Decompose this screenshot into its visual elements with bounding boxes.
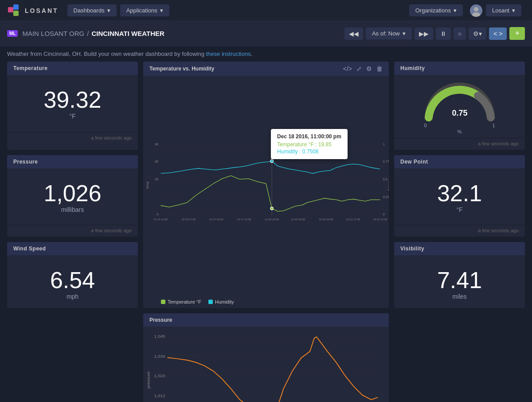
pressure-value: 1,026 — [13, 181, 132, 206]
organizations-nav-btn[interactable]: Organizations ▾ — [409, 4, 463, 16]
wind-speed-body: 6.54 mph — [7, 255, 138, 308]
visibility-unit: miles — [400, 293, 519, 300]
dashboard-description: Weather from Cincinnati, OH. Build your … — [0, 46, 532, 62]
expand-icon[interactable]: ⤢ — [356, 65, 362, 72]
pressure-chart-body: 1,045 1,034 1,023 1,012 1,001 pressure 1… — [143, 327, 389, 402]
right-bottom-col: Dew Point 32.1 °F a few seconds ago Visi… — [394, 155, 525, 308]
svg-text:12-16 07:00: 12-16 07:00 — [181, 218, 196, 221]
code-icon[interactable]: </> — [343, 65, 352, 72]
left-bottom-col: Pressure 1,026 millibars a few seconds a… — [7, 155, 138, 308]
dew-point-body: 32.1 °F — [394, 168, 525, 221]
chart-header-icons: </> ⤢ ⚙ 🗑 — [343, 65, 383, 72]
svg-text:0.5: 0.5 — [383, 177, 387, 181]
breadcrumb-separator: / — [87, 30, 89, 37]
pressure-chart-header: Pressure — [143, 313, 389, 327]
wind-speed-unit: mph — [13, 293, 132, 300]
svg-text:0: 0 — [383, 212, 385, 216]
temp-humidity-chart-header: Temperature vs. Humidity </> ⤢ ⚙ 🗑 — [143, 62, 389, 76]
delete-icon[interactable]: 🗑 — [376, 65, 383, 72]
svg-text:1: 1 — [383, 142, 385, 146]
wind-speed-header: Wind Speed — [7, 242, 138, 255]
instructions-link[interactable]: these instructions — [206, 51, 250, 57]
dew-point-widget: Dew Point 32.1 °F a few seconds ago — [394, 155, 525, 237]
svg-text:90: 90 — [155, 142, 158, 146]
forward-btn[interactable]: ▶▶ — [415, 27, 433, 40]
dashboard-title: CINCINNATI WEATHER — [91, 30, 164, 37]
temperature-widget-body: 39.32 °F — [7, 75, 138, 129]
user-menu-btn[interactable]: Losant ▾ — [486, 4, 521, 16]
wind-speed-value: 6.54 — [13, 268, 132, 293]
temp-humidity-chart-body: 90 60 30 0 temp 1 0.75 0.5 0.25 0 humidi… — [143, 76, 389, 297]
temperature-widget-header: Temperature — [7, 62, 138, 75]
applications-nav-btn[interactable]: Applications ▾ — [120, 4, 169, 16]
pause-btn[interactable]: ⏸ — [436, 27, 451, 40]
brand-logo: LOSANT — [7, 4, 59, 18]
temp-humidity-chart-widget: Temperature vs. Humidity </> ⤢ ⚙ 🗑 90 60… — [143, 62, 389, 308]
svg-text:12-15 12:00: 12-15 12:00 — [154, 218, 168, 221]
svg-text:12-17 02:00: 12-17 02:00 — [209, 218, 223, 221]
visibility-body: 7.41 miles — [394, 255, 525, 308]
svg-text:12-21 17:00: 12-21 17:00 — [346, 218, 360, 221]
pressure-left-widget: Pressure 1,026 millibars a few seconds a… — [7, 155, 138, 237]
svg-text:1,045: 1,045 — [154, 334, 165, 339]
pressure-left-header: Pressure — [7, 155, 138, 168]
refresh-btn[interactable]: ○ — [454, 27, 466, 40]
asof-btn[interactable]: As of: Now ▾ — [366, 27, 412, 39]
svg-text:1,012: 1,012 — [154, 393, 165, 398]
svg-text:60: 60 — [155, 160, 158, 164]
temp-humidity-svg: 90 60 30 0 temp 1 0.75 0.5 0.25 0 humidi… — [143, 79, 389, 297]
svg-text:0.75: 0.75 — [452, 109, 467, 117]
svg-rect-0 — [8, 7, 13, 12]
back-btn[interactable]: ◀◀ — [344, 27, 363, 40]
share-btn[interactable]: < > — [489, 27, 507, 40]
dashboard-controls: ◀◀ As of: Now ▾ ▶▶ ⏸ ○ ⚙ ▾ < > + — [344, 27, 525, 40]
pressure-chart-svg: 1,045 1,034 1,023 1,012 1,001 pressure 1… — [143, 327, 389, 402]
settings-btn[interactable]: ⚙ ▾ — [469, 27, 486, 40]
humidity-widget-body: 0.75 0 1 % — [394, 75, 525, 134]
add-widget-btn[interactable]: + — [509, 27, 525, 40]
org-badge: ML — [7, 30, 18, 37]
temperature-value: 39.32 — [13, 87, 132, 113]
subheader: ML MAIN LOSANT ORG / CINCINNATI WEATHER … — [0, 21, 532, 46]
svg-text:12-18 16:00: 12-18 16:00 — [265, 218, 279, 221]
legend-temp: Temperature °F — [161, 299, 201, 304]
visibility-widget: Visibility 7.41 miles — [394, 242, 525, 308]
svg-point-4 — [472, 12, 480, 17]
svg-text:12-20 22:00: 12-20 22:00 — [319, 218, 333, 221]
chart-legend: Temperature °F Humidity — [143, 297, 389, 308]
breadcrumb: ML MAIN LOSANT ORG / CINCINNATI WEATHER — [7, 30, 164, 37]
dew-point-timestamp: a few seconds ago — [394, 225, 525, 237]
temp-humidity-chart-title: Temperature vs. Humidity — [149, 66, 214, 72]
brand-name: LOSANT — [25, 7, 59, 14]
dew-point-unit: °F — [400, 206, 519, 213]
svg-point-3 — [474, 7, 478, 12]
pressure-left-body: 1,026 millibars — [7, 168, 138, 221]
legend-humidity-dot — [208, 300, 213, 304]
svg-text:30: 30 — [155, 177, 158, 181]
humidity-widget: Humidity 0.75 0 1 % a few seconds ago — [394, 62, 525, 150]
pressure-unit: millibars — [13, 206, 132, 213]
visibility-header: Visibility — [394, 242, 525, 255]
dew-point-value: 32.1 — [400, 181, 519, 206]
svg-text:12-20 02:00: 12-20 02:00 — [291, 218, 305, 221]
losant-logo-icon — [7, 4, 21, 18]
pressure-chart-title: Pressure — [149, 317, 172, 323]
svg-text:temp: temp — [145, 182, 149, 189]
svg-text:pressure: pressure — [146, 371, 151, 389]
dashboards-nav-btn[interactable]: Dashboards ▾ — [67, 4, 117, 16]
navbar: LOSANT Dashboards ▾ Applications ▾ Organ… — [0, 0, 532, 21]
svg-text:humidity: humidity — [387, 179, 389, 191]
legend-humidity: Humidity — [208, 299, 234, 304]
svg-text:0.75: 0.75 — [383, 160, 389, 164]
chart-settings-icon[interactable]: ⚙ — [366, 65, 372, 72]
svg-text:1,023: 1,023 — [154, 374, 165, 379]
humidity-widget-header: Humidity — [394, 62, 525, 75]
svg-text:1,034: 1,034 — [154, 354, 165, 359]
dashboard-grid: Temperature 39.32 °F a few seconds ago T… — [0, 62, 532, 402]
svg-text:0: 0 — [156, 212, 158, 216]
legend-temp-dot — [161, 300, 165, 304]
pressure-chart-widget: Pressure 1,045 1,034 1,023 1,012 1,001 p… — [143, 313, 389, 402]
gauge-labels: 0 1 — [424, 123, 495, 128]
nav-right: Organizations ▾ Losant ▾ — [409, 4, 525, 17]
gauge-unit: % — [458, 129, 462, 134]
